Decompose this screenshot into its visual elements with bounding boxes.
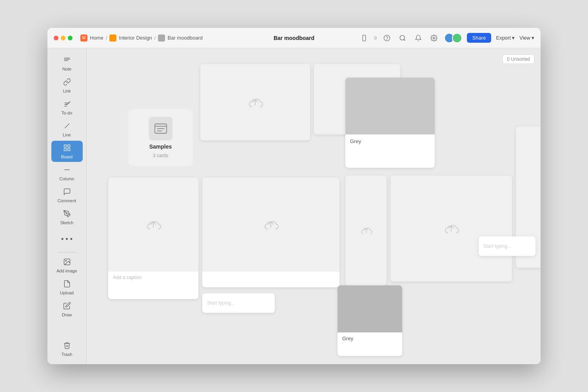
svg-point-3	[400, 35, 405, 40]
trash-label: Trash	[62, 352, 73, 357]
phone-icon[interactable]	[359, 33, 370, 44]
svg-rect-0	[363, 35, 366, 41]
main-area: Note Link	[47, 48, 541, 364]
sidebar-item-link[interactable]: Link	[51, 75, 83, 96]
note-icon	[63, 56, 71, 65]
samples-title: Samples	[149, 143, 172, 150]
sidebar-item-note[interactable]: Note	[51, 53, 83, 74]
grey-label-1: Grey	[345, 134, 435, 148]
todo-icon	[63, 100, 71, 109]
sidebar-item-upload[interactable]: Upload	[51, 277, 83, 298]
svg-point-1	[384, 35, 390, 41]
comment-icon	[63, 188, 71, 197]
main-window: M Home / Interior Design / Bar moodboard…	[47, 28, 541, 364]
card-upload-6[interactable]	[345, 176, 387, 285]
column-label: Column	[60, 176, 74, 181]
card-upload-7[interactable]	[390, 176, 512, 281]
add-image-label: Add image	[56, 269, 77, 273]
samples-count: 3 cards	[153, 153, 168, 158]
avatar-group	[444, 33, 462, 43]
toolbar-actions: 0	[359, 33, 534, 44]
comment-label: Comment	[58, 198, 76, 203]
upload-label: Upload	[60, 290, 74, 295]
card-upload-5[interactable]	[202, 178, 339, 287]
bell-icon[interactable]	[413, 33, 424, 44]
close-button[interactable]	[54, 36, 58, 40]
card-upload-4[interactable]: Add a caption	[108, 178, 198, 299]
svg-line-11	[65, 123, 69, 128]
minimize-button[interactable]	[61, 36, 65, 40]
svg-point-19	[65, 260, 66, 261]
card-grey-1[interactable]: Grey	[345, 78, 435, 168]
text-card-1-placeholder: Start typing...	[207, 300, 235, 306]
canvas: 0 Unsorted Samples 3 cards	[87, 48, 541, 364]
text-card-1[interactable]: Start typing...	[202, 293, 275, 313]
column-icon	[63, 166, 71, 175]
samples-group[interactable]: Samples 3 cards	[128, 109, 193, 166]
card-upload-1[interactable]	[200, 64, 310, 140]
sidebar-item-board[interactable]: Board	[51, 141, 83, 162]
search-icon[interactable]	[397, 33, 408, 44]
draw-label: Draw	[62, 312, 72, 317]
breadcrumb-sep1: /	[106, 35, 107, 41]
svg-point-2	[387, 39, 387, 40]
draw-icon	[63, 302, 71, 311]
breadcrumb-interior[interactable]: Interior Design	[119, 35, 152, 41]
sidebar: Note Link	[47, 48, 87, 364]
add-image-icon	[63, 258, 71, 267]
svg-rect-15	[67, 148, 70, 151]
svg-rect-14	[64, 148, 66, 151]
sidebar-item-trash[interactable]: Trash	[51, 338, 83, 359]
svg-rect-13	[67, 145, 70, 147]
breadcrumb-home[interactable]: Home	[90, 35, 103, 41]
board-label: Board	[61, 154, 73, 159]
sketch-label: Sketch	[60, 220, 74, 225]
sidebar-item-todo[interactable]: To-do	[51, 97, 83, 118]
sidebar-item-more[interactable]: • • •	[51, 229, 83, 250]
unsorted-badge[interactable]: 0 Unsorted	[503, 54, 534, 64]
todo-label: To-do	[62, 111, 73, 115]
breadcrumb: M Home / Interior Design / Bar moodboard	[80, 34, 203, 42]
svg-rect-12	[64, 145, 66, 147]
more-icon: • • •	[61, 236, 73, 243]
card-grey-2[interactable]: Grey	[338, 285, 402, 356]
upload-icon	[63, 280, 71, 289]
line-icon	[63, 122, 71, 131]
view-button[interactable]: View ▾	[519, 35, 534, 41]
page-title: Bar moodboard	[274, 35, 314, 41]
svg-point-4	[433, 37, 435, 39]
sidebar-item-column[interactable]: Column	[51, 163, 83, 184]
board-icon	[63, 144, 71, 153]
export-button[interactable]: Export ▾	[496, 35, 515, 41]
svg-point-17	[66, 212, 67, 214]
note-label: Note	[62, 67, 71, 71]
share-button[interactable]: Share	[467, 33, 492, 43]
sidebar-item-line[interactable]: Line	[51, 119, 83, 140]
help-icon[interactable]	[381, 33, 392, 44]
link-icon	[63, 78, 71, 87]
text-card-2-placeholder: Start typing...	[483, 243, 511, 249]
title-bar: M Home / Interior Design / Bar moodboard…	[47, 28, 541, 48]
trash-icon	[63, 341, 71, 350]
sidebar-item-add-image[interactable]: Add image	[51, 255, 83, 276]
link-label: Link	[63, 89, 71, 93]
maximize-button[interactable]	[68, 36, 73, 40]
sidebar-item-draw[interactable]: Draw	[51, 299, 83, 320]
bar-icon	[158, 34, 165, 42]
settings-icon[interactable]	[428, 33, 439, 44]
sketch-icon	[63, 210, 71, 219]
traffic-lights	[54, 36, 73, 40]
card-caption-4[interactable]: Add a caption	[108, 272, 198, 283]
home-icon[interactable]: M	[80, 34, 87, 42]
line-label: Line	[63, 132, 71, 137]
text-card-2[interactable]: Start typing...	[479, 236, 535, 256]
sidebar-item-sketch[interactable]: Sketch	[51, 207, 83, 228]
breadcrumb-bar[interactable]: Bar moodboard	[167, 35, 203, 41]
grey-label-2: Grey	[338, 332, 402, 345]
sidebar-divider	[57, 252, 77, 252]
samples-icon	[149, 117, 172, 140]
breadcrumb-sep2: /	[154, 35, 156, 41]
interior-design-icon	[109, 34, 116, 42]
sidebar-item-comment[interactable]: Comment	[51, 185, 83, 206]
avatar-2	[452, 33, 462, 43]
